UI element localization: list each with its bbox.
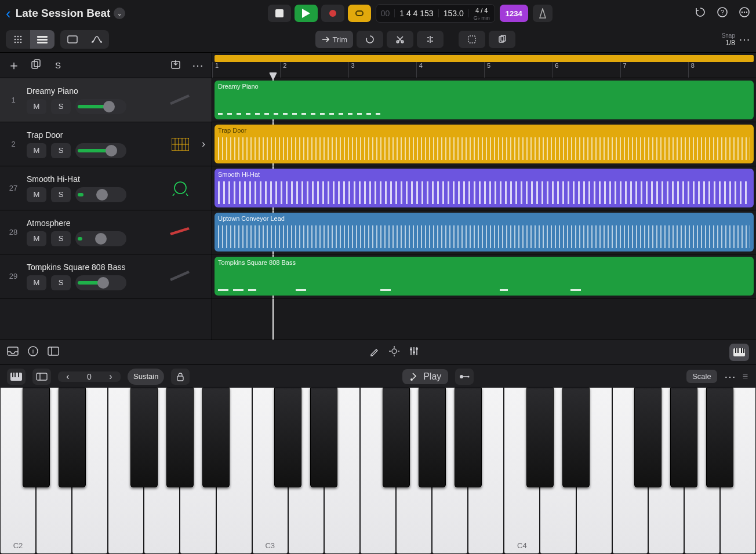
solo-button[interactable]: S xyxy=(51,187,71,202)
project-title[interactable]: Late Session Beat ⌄ xyxy=(16,7,126,20)
volume-slider[interactable] xyxy=(75,231,126,246)
track-import-button[interactable] xyxy=(168,59,184,72)
toolbar-more-icon[interactable]: ⋯ xyxy=(739,32,750,46)
info-icon[interactable]: i xyxy=(28,346,38,359)
cycle-button[interactable] xyxy=(348,5,371,22)
volume-slider[interactable] xyxy=(75,275,126,290)
black-key[interactable] xyxy=(59,388,86,487)
black-key[interactable] xyxy=(202,388,230,487)
scale-button[interactable]: Scale xyxy=(686,370,717,383)
solo-button[interactable]: S xyxy=(51,231,71,246)
chevron-right-icon[interactable]: › xyxy=(195,138,212,150)
octave-up-button[interactable]: › xyxy=(101,371,121,382)
mute-button[interactable]: M xyxy=(27,187,46,202)
black-key[interactable] xyxy=(383,388,410,487)
play-button[interactable] xyxy=(295,5,318,22)
octave-down-button[interactable]: ‹ xyxy=(58,371,78,382)
black-key[interactable] xyxy=(23,388,50,487)
black-key[interactable] xyxy=(706,388,733,487)
play-mode-button[interactable]: Play xyxy=(402,369,448,384)
black-key[interactable] xyxy=(130,388,158,487)
pencil-icon[interactable] xyxy=(369,346,380,359)
timeline-ruler[interactable]: 123456789 xyxy=(212,53,756,78)
black-key[interactable] xyxy=(526,388,554,487)
copy-tool-button[interactable] xyxy=(489,31,515,48)
svg-rect-58 xyxy=(735,348,736,353)
cycle-range[interactable] xyxy=(215,55,754,62)
track-row[interactable]: 29 Tompkins Square 808 Bass M S › xyxy=(0,254,212,298)
svg-point-15 xyxy=(14,42,16,43)
volume-slider[interactable] xyxy=(75,99,126,114)
marquee-tool-button[interactable] xyxy=(459,31,485,48)
keyboard-type-button[interactable] xyxy=(7,369,26,385)
track-row[interactable]: 1 Dreamy Piano M S xyxy=(0,78,212,122)
lock-icon[interactable] xyxy=(171,369,190,385)
add-track-button[interactable]: ＋ xyxy=(6,57,22,74)
mute-button[interactable]: M xyxy=(27,99,46,114)
svg-point-55 xyxy=(413,351,415,353)
track-head-more-icon[interactable]: ⋯ xyxy=(190,59,206,72)
sliders-icon[interactable] xyxy=(409,346,419,359)
count-in-chip[interactable]: 1234 xyxy=(500,5,528,22)
trim-tool-label: Trim xyxy=(333,35,348,44)
snap-label-block[interactable]: Snap 1/8 xyxy=(722,32,735,46)
region[interactable]: Uptown Conveyor Lead xyxy=(215,213,754,252)
black-key[interactable] xyxy=(166,388,194,487)
track-row[interactable]: 28 Atmosphere M S › xyxy=(0,210,212,254)
keyboard-panel-button[interactable] xyxy=(729,344,749,361)
back-button[interactable]: ‹ xyxy=(6,5,11,23)
ruler-bar: 4 xyxy=(416,62,423,78)
track-row[interactable]: 2 Trap Door M S › xyxy=(0,122,212,166)
region[interactable]: Dreamy Piano xyxy=(215,81,754,119)
volume-slider[interactable] xyxy=(75,187,126,202)
drag-handle-icon[interactable]: ≡ xyxy=(743,371,749,382)
black-key[interactable] xyxy=(310,388,337,487)
stop-button[interactable] xyxy=(268,5,291,22)
scissors-tool-button[interactable] xyxy=(387,31,413,48)
solo-button[interactable]: S xyxy=(51,275,71,290)
mute-button[interactable]: M xyxy=(27,231,46,246)
region[interactable]: Smooth Hi-Hat xyxy=(215,169,754,207)
mute-button[interactable]: M xyxy=(27,143,46,158)
help-icon[interactable]: ? xyxy=(717,6,728,20)
panel-layout-icon[interactable] xyxy=(48,347,59,358)
split-tool-button[interactable] xyxy=(417,31,444,48)
kbd-more-icon[interactable]: ⋯ xyxy=(724,370,736,384)
black-key[interactable] xyxy=(634,388,662,487)
global-solo-button[interactable]: S xyxy=(50,60,66,70)
region[interactable]: Tompkins Square 808 Bass xyxy=(215,257,754,296)
black-key[interactable] xyxy=(562,388,590,487)
brightness-icon[interactable] xyxy=(389,346,399,359)
black-key[interactable] xyxy=(670,388,697,487)
svg-marker-1 xyxy=(302,9,310,18)
mute-button[interactable]: M xyxy=(27,275,46,290)
metronome-button[interactable] xyxy=(533,5,553,22)
glissando-icon[interactable] xyxy=(455,369,474,385)
solo-button[interactable]: S xyxy=(51,99,71,114)
black-key[interactable] xyxy=(274,388,301,487)
more-icon[interactable] xyxy=(739,6,750,20)
split-keyboard-button[interactable] xyxy=(32,369,51,385)
view-grid-button[interactable] xyxy=(6,30,30,49)
volume-slider[interactable] xyxy=(75,143,126,158)
track-row[interactable]: 27 Smooth Hi-Hat M S › xyxy=(0,166,212,210)
solo-button[interactable]: S xyxy=(51,143,71,158)
duplicate-track-button[interactable] xyxy=(28,59,44,72)
lcd-display[interactable]: 00 1 4 4 153 153.0 4 / 4 G♭ min xyxy=(376,4,495,23)
octave-value: 0 xyxy=(78,372,101,381)
sustain-button[interactable]: Sustain xyxy=(128,369,164,385)
svg-point-69 xyxy=(410,378,413,381)
trim-tool-button[interactable]: Trim xyxy=(315,31,354,48)
view-tracks-button[interactable] xyxy=(30,30,54,49)
region[interactable]: Trap Door xyxy=(215,125,754,163)
piano-keyboard[interactable]: C2C3C4 xyxy=(0,388,756,554)
undo-icon[interactable] xyxy=(695,6,706,20)
black-key[interactable] xyxy=(455,388,482,487)
loop-tool-button[interactable] xyxy=(357,31,383,48)
black-key[interactable] xyxy=(419,388,446,487)
record-button[interactable] xyxy=(321,5,344,22)
region-inspector-button[interactable] xyxy=(60,30,85,49)
automation-button[interactable] xyxy=(85,30,109,49)
inbox-icon[interactable] xyxy=(7,347,19,358)
svg-rect-66 xyxy=(37,373,47,380)
